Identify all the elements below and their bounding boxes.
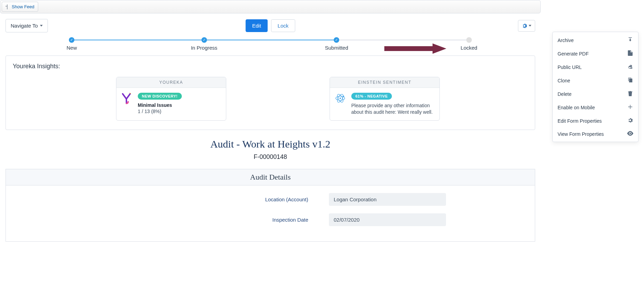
sentiment-pill: 61% - NEGATIVE: [351, 93, 392, 100]
center-actions: Edit Lock: [246, 19, 295, 32]
insights-title: Youreka Insights:: [13, 63, 528, 70]
menu-item-label: Generate PDF: [558, 51, 589, 57]
path-step-in-progress[interactable]: In Progress: [138, 37, 271, 51]
download-icon: [627, 37, 633, 43]
path-dot-icon: [201, 37, 207, 43]
path-step-submitted[interactable]: Submitted: [270, 37, 403, 51]
file-icon: [627, 50, 633, 57]
path-connector: [336, 40, 469, 40]
chevron-down-icon: [529, 25, 531, 27]
feed-icon: [5, 4, 10, 9]
audit-details-section: Audit Details Location (Account)Logan Co…: [6, 169, 535, 242]
page-title: Audit - Work at Heights v1.2: [0, 138, 541, 150]
show-feed-label: Show Feed: [12, 4, 34, 9]
menu-item-label: Edit Form Properties: [558, 118, 602, 124]
svg-point-5: [340, 98, 341, 99]
settings-dropdown-menu: ArchiveGenerate PDFPublic URLCloneDelete…: [552, 32, 638, 142]
navigate-to-label: Navigate To: [11, 23, 38, 29]
audit-details-header: Audit Details: [6, 169, 535, 185]
field-value: 02/07/2020: [329, 213, 446, 226]
plus-icon: [627, 104, 633, 111]
insights-card: Youreka Insights: YOUREKA NEW DISCOVERY!…: [6, 55, 535, 130]
path-dot-icon: [69, 37, 74, 43]
lock-button[interactable]: Lock: [271, 19, 295, 32]
einstein-atom-icon: [335, 93, 346, 115]
menu-item-delete[interactable]: Delete: [553, 87, 638, 101]
edit-button[interactable]: Edit: [246, 19, 268, 32]
field-value: Logan Corporation: [329, 193, 446, 206]
path-dot-icon: [466, 37, 472, 43]
menu-item-public-url[interactable]: Public URL: [553, 60, 638, 74]
youreka-insight-box: YOUREKA NEW DISCOVERY! Minimal Issues 1 …: [116, 77, 226, 121]
settings-dropdown-button[interactable]: [518, 20, 535, 32]
svg-point-0: [130, 93, 131, 94]
menu-item-label: View Form Properties: [558, 131, 604, 137]
trash-icon: [627, 91, 633, 97]
form-id: F-00000148: [0, 153, 541, 161]
einstein-insight-header: EINSTEIN SENTIMENT: [330, 77, 439, 88]
copy-icon: [627, 77, 633, 84]
youreka-insight-metric: 1 / 13 (8%): [138, 109, 182, 114]
youreka-logo-icon: [121, 93, 133, 114]
eye-icon: [627, 131, 633, 137]
path-step-label: In Progress: [138, 45, 271, 51]
menu-item-label: Archive: [558, 38, 574, 43]
svg-point-1: [129, 93, 130, 93]
gear-icon: [522, 23, 527, 29]
youreka-insight-title: Minimal Issues: [138, 102, 182, 108]
menu-item-enable-on-mobile[interactable]: Enable on Mobile: [553, 101, 638, 114]
youreka-insight-header: YOUREKA: [116, 77, 226, 88]
menu-item-generate-pdf[interactable]: Generate PDF: [553, 47, 638, 60]
path-step-new[interactable]: New: [6, 37, 138, 51]
field-label: Location (Account): [95, 196, 308, 202]
path-step-label: New: [6, 45, 138, 51]
svg-point-6: [343, 96, 344, 97]
menu-item-label: Public URL: [558, 64, 582, 70]
menu-item-archive[interactable]: Archive: [553, 33, 638, 47]
menu-item-view-form-properties[interactable]: View Form Properties: [553, 128, 638, 140]
field-label: Inspection Date: [95, 217, 308, 223]
path-connector: [204, 40, 337, 40]
einstein-insight-text: Please provide any other information abo…: [351, 102, 435, 115]
menu-item-label: Delete: [558, 91, 571, 97]
gear-icon: [627, 118, 633, 124]
path-dot-icon: [334, 37, 339, 43]
menu-item-label: Enable on Mobile: [558, 105, 595, 110]
action-row: Navigate To Edit Lock: [0, 13, 541, 36]
show-feed-button[interactable]: Show Feed: [2, 2, 38, 12]
menu-item-clone[interactable]: Clone: [553, 74, 638, 87]
path-step-label: Submitted: [270, 45, 403, 51]
top-bar: Show Feed: [0, 0, 541, 13]
chevron-down-icon: [40, 25, 43, 27]
menu-item-label: Clone: [558, 78, 570, 83]
menu-item-edit-form-properties[interactable]: Edit Form Properties: [553, 114, 638, 128]
share-icon: [627, 64, 633, 70]
navigate-to-dropdown[interactable]: Navigate To: [6, 19, 48, 32]
annotation-arrow: [384, 43, 446, 54]
einstein-insight-box: EINSTEIN SENTIMENT 61% - NEGATIVE Please…: [330, 77, 440, 121]
discovery-pill: NEW DISCOVERY!: [138, 93, 182, 100]
form-title-area: Audit - Work at Heights v1.2 F-00000148: [0, 138, 541, 161]
svg-marker-7: [384, 43, 446, 54]
status-path: NewIn ProgressSubmittedLocked: [0, 37, 541, 55]
path-connector: [72, 40, 204, 40]
